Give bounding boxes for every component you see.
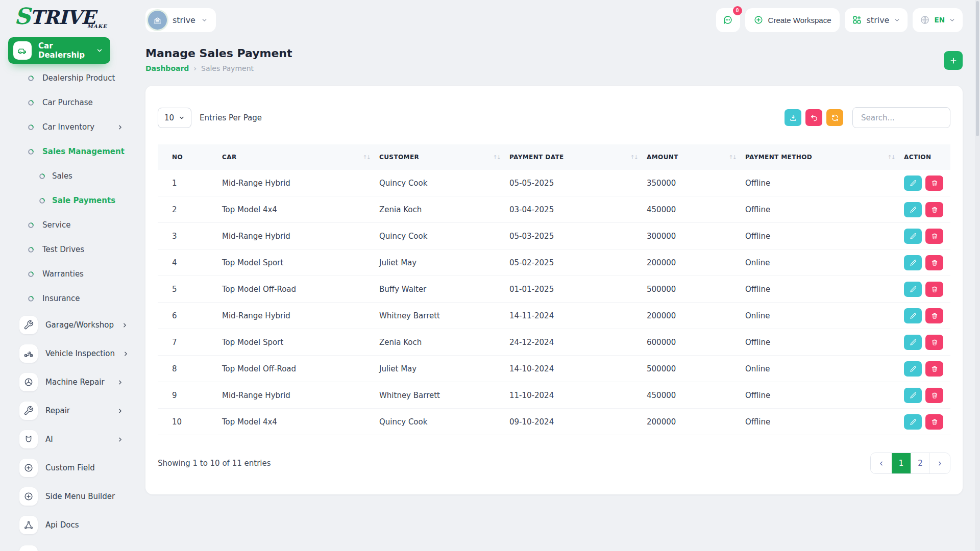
cell-customer: Buffy Walter [379,285,509,294]
column-header-car[interactable]: CAR↑↓ [222,154,379,161]
sidebar-item-test-drives[interactable]: Test Drives [8,237,133,262]
sidebar-item-partial[interactable] [8,540,133,551]
edit-button[interactable] [904,202,922,217]
delete-button[interactable] [925,388,943,403]
sidebar-item-label: Sales [52,171,124,181]
edit-button[interactable] [904,361,922,377]
edit-button[interactable] [904,255,922,270]
sidebar-item-label: Repair [45,406,109,415]
breadcrumb: Dashboard › Sales Payment [145,64,292,72]
language-code: EN [934,16,945,24]
cell-no: 3 [158,232,222,241]
chevron-down-icon [96,47,103,54]
sales-payment-table: NO CAR↑↓ CUSTOMER↑↓ PAYMENT DATE↑↓ AMOUN… [158,144,950,435]
add-payment-button[interactable] [944,51,963,70]
edit-button[interactable] [904,414,922,430]
edit-button[interactable] [904,176,922,191]
sort-icon[interactable]: ↑↓ [729,154,736,161]
entries-per-page-select[interactable]: 10 [158,108,191,128]
sidebar-item-service[interactable]: Service [8,213,133,237]
workspace-switcher[interactable]: strive [845,8,908,32]
edit-button[interactable] [904,229,922,244]
cell-car: Mid-Range Hybrid [222,391,379,400]
language-selector[interactable]: EN [913,8,963,32]
delete-button[interactable] [925,335,943,350]
column-header-customer[interactable]: CUSTOMER↑↓ [379,154,509,161]
chevron-down-icon [201,17,208,23]
sidebar-item-sales[interactable]: Sales [8,164,133,188]
table-row: 3 Mid-Range Hybrid Quincy Cook 05-03-202… [158,223,950,249]
bullet-icon [28,75,34,82]
undo-icon [810,114,818,122]
delete-button[interactable] [925,229,943,244]
sidebar-item-custom-field[interactable]: Custom Field [8,454,133,482]
sidebar-item-repair[interactable]: Repair [8,396,133,425]
workspace-selector[interactable]: strive [145,8,216,32]
create-workspace-button[interactable]: Create Workspace [745,8,840,32]
sidebar-item-car-inventory[interactable]: Car Inventory [8,115,133,139]
sidebar-item-sale-payments[interactable]: Sale Payments [8,188,133,213]
pagination-page-2[interactable]: 2 [911,453,929,473]
edit-button[interactable] [904,388,922,403]
sidebar-item-sales-management[interactable]: Sales Management [8,139,133,164]
cell-action [904,388,950,403]
sidebar-item-garage-workshop[interactable]: Garage/Workshop [8,311,133,339]
delete-button[interactable] [925,282,943,297]
edit-button[interactable] [904,335,922,350]
sort-icon[interactable]: ↑↓ [363,154,370,161]
cell-action [904,255,950,270]
delete-button[interactable] [925,255,943,270]
cell-car: Top Model Sport [222,258,379,267]
pencil-icon [910,365,917,372]
pagination-page-1[interactable]: 1 [892,453,911,473]
page-scrollbar[interactable] [975,0,980,551]
edit-button[interactable] [904,282,922,297]
sidebar-item-api-docs[interactable]: Api Docs [8,511,133,539]
export-download-button[interactable] [785,109,801,126]
column-header-payment-method[interactable]: PAYMENT METHOD↑↓ [745,154,904,161]
pagination-next-button[interactable] [929,453,950,473]
delete-button[interactable] [925,414,943,430]
cell-customer: Whitney Barrett [379,311,509,320]
edit-button[interactable] [904,308,922,323]
sort-icon[interactable]: ↑↓ [888,154,895,161]
sort-icon[interactable]: ↑↓ [493,154,500,161]
cell-payment-date: 05-03-2025 [509,232,647,241]
pencil-icon [910,286,917,293]
sidebar-group-car-dealership[interactable]: Car Dealership [8,37,110,64]
refresh-button[interactable] [826,109,843,126]
sidebar-item-ai[interactable]: AI [8,425,133,454]
chat-button[interactable]: 0 [716,8,740,32]
cell-payment-date: 05-05-2025 [509,179,647,188]
sidebar-item-vehicle-inspection[interactable]: Vehicle Inspection [8,339,133,368]
wrench-icon [19,402,38,420]
undo-button[interactable] [805,109,822,126]
sidebar-item-label: Test Drives [42,245,124,254]
scrollbar-thumb[interactable] [976,1,979,136]
sidebar-item-warranties[interactable]: Warranties [8,262,133,286]
delete-button[interactable] [925,202,943,217]
sidebar-item-side-menu-builder[interactable]: Side Menu Builder [8,482,133,511]
cell-car: Mid-Range Hybrid [222,311,379,320]
sidebar-item-insurance[interactable]: Insurance [8,286,133,311]
search-input[interactable] [852,107,950,128]
breadcrumb-dashboard-link[interactable]: Dashboard [145,64,189,72]
sidebar-item-label: Side Menu Builder [45,492,124,501]
delete-button[interactable] [925,361,943,377]
column-header-amount[interactable]: AMOUNT↑↓ [647,154,745,161]
delete-button[interactable] [925,308,943,323]
cell-payment-method: Offline [745,179,904,188]
pagination-prev-button[interactable] [871,453,892,473]
breadcrumb-current: Sales Payment [201,64,254,72]
chevron-down-icon [179,115,185,121]
delete-button[interactable] [925,176,943,191]
cell-customer: Quincy Cook [379,417,509,427]
cell-car: Mid-Range Hybrid [222,232,379,241]
sidebar-item-dealership-product[interactable]: Dealership Product [8,66,133,90]
sidebar-item-machine-repair[interactable]: Machine Repair [8,368,133,396]
sidebar-item-car-purchase[interactable]: Car Purchase [8,90,133,115]
column-header-payment-date[interactable]: PAYMENT DATE↑↓ [509,154,647,161]
sort-icon[interactable]: ↑↓ [630,154,638,161]
cell-customer: Zenia Koch [379,205,509,214]
brand-logo[interactable]: STRIVE MAKE [14,6,114,29]
